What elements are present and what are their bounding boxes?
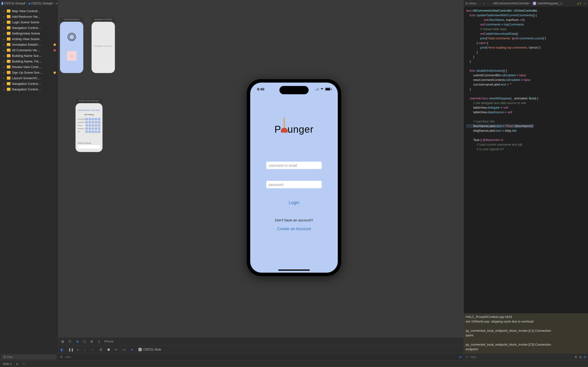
debug-view-icon[interactable]: ☰	[99, 348, 103, 351]
document-outline-toggle-icon[interactable]: ▥	[61, 340, 64, 343]
warning-badge[interactable]: ⚠ 1	[577, 2, 581, 5]
crumb[interactable]: viewWillAppear(_:)	[537, 2, 562, 5]
navigator-filter-input[interactable]: ⦿ Filter	[1, 355, 56, 359]
layout-icon[interactable]: ⊞	[90, 340, 94, 343]
folder-icon: ▣	[28, 2, 30, 5]
chevron-right-icon: ▸	[3, 49, 5, 52]
simulator-screen: 9:40 P unger username or email password …	[250, 83, 338, 273]
crumb[interactable]: CS371L-Group4	[31, 2, 53, 5]
device-icon[interactable]: ▯	[97, 340, 101, 343]
panel-right-icon[interactable]: ▥	[584, 355, 586, 358]
debug-console[interactable]: HALC_ProxyIOContext.cpp:1619 ext::IOWork…	[464, 313, 588, 353]
app-icon: A	[138, 348, 142, 351]
username-field[interactable]: username or email	[266, 162, 322, 169]
tree-item[interactable]: ▸Navigation Control…	[0, 25, 58, 31]
status-bar: 9:40	[250, 87, 338, 91]
debug-toolbar: ◧ ❚❚ ⤻ ↓ ↑ ☰ ⬢ ✂ ▭ ➤ A CS371L-Grou	[58, 345, 463, 353]
device-label[interactable]: iPhone	[104, 340, 113, 343]
appearance-icon[interactable]: ◑	[75, 340, 79, 343]
tree-item[interactable]: ▸Map View Controll…	[0, 8, 58, 14]
document-outline-navigator: A CS371L-Group4 › ▣ CS371L-Group4 › ✕ Ma…	[0, 0, 58, 360]
scene-title: Launch ScreenVC	[60, 17, 83, 21]
tree-item[interactable]: ▸Activity View Scene	[0, 36, 58, 42]
scene-title: Review View Controller	[76, 99, 102, 103]
signal-icon	[315, 88, 319, 90]
error-status-icon	[53, 49, 56, 52]
tree-item[interactable]: ▸All Comments Vie…	[0, 47, 58, 53]
pause-icon[interactable]: ❚❚	[68, 348, 72, 351]
scene-icon	[7, 82, 10, 85]
tree-item[interactable]: ▸Review View Contr…	[0, 64, 58, 70]
orientation-icon[interactable]: ▢	[82, 340, 86, 343]
info-icon[interactable]: ⓘ	[22, 362, 25, 366]
scene-icon	[7, 54, 10, 57]
breakpoint-icon[interactable]: ◧	[61, 348, 64, 351]
chevron-right-icon: ▸	[3, 83, 5, 85]
debug-target[interactable]: A CS371L-Grou	[138, 348, 161, 351]
simulate-icon[interactable]: ▭	[123, 348, 127, 351]
source-code[interactable]: lass AllCommentsViewController: UIViewCo…	[464, 7, 588, 313]
chevron-right-icon: ▸	[3, 71, 5, 74]
trash-icon[interactable]: 🗑	[575, 355, 577, 358]
scene-icon	[7, 21, 10, 24]
chevron-right-icon: ›	[491, 2, 492, 5]
scene-icon	[7, 49, 10, 52]
scene-tree[interactable]: ▸Map View Controll… ▸Add Restroom Vie… ▸…	[0, 7, 58, 353]
chevron-right-icon: ▸	[3, 66, 5, 68]
tree-item[interactable]: ▸Add Restroom Vie…	[0, 14, 58, 19]
crumb[interactable]: CS371L-Group4	[4, 2, 25, 5]
panel-toggle-icon[interactable]: ▥	[459, 355, 462, 358]
canvas-toolbar: ▥ ⓘ ◑ ▢ ⊞ ▯ iPhone	[58, 337, 463, 345]
tree-item[interactable]: ▸Navigation Control…	[0, 81, 58, 87]
bottom-filter-input[interactable]	[65, 356, 457, 358]
canvas-scene-launch[interactable]: Launch ScreenVC test	[60, 22, 83, 73]
status-time: 9:40	[257, 87, 264, 91]
memory-graph-icon[interactable]: ⬢	[107, 348, 111, 351]
home-indicator[interactable]	[278, 270, 310, 271]
login-button[interactable]: Login	[250, 200, 338, 205]
tree-item[interactable]: ▸Navigation Control…	[0, 87, 58, 92]
step-out-icon[interactable]: ↑	[92, 348, 96, 351]
tree-item[interactable]: ▸Login Scene Scene	[0, 19, 58, 25]
quick-look-icon[interactable]: ◉	[16, 362, 18, 366]
modified-status-icon	[53, 71, 56, 74]
auto-variables-button[interactable]: Auto ◇	[3, 362, 12, 366]
tree-item[interactable]: ▸SettingsView Scene	[0, 31, 58, 36]
accessibility-icon[interactable]: ⓘ	[68, 340, 72, 343]
project-icon: A	[1, 2, 3, 5]
filter-icon: ⦿	[3, 356, 6, 358]
bottom-status-bar: Auto ◇ ◉ ⓘ	[0, 360, 588, 367]
environment-icon[interactable]: ✂	[115, 348, 119, 351]
scene-icon	[7, 26, 10, 29]
nav-carets[interactable]: ‹ ›	[584, 2, 587, 5]
step-into-icon[interactable]: ↓	[84, 348, 88, 351]
app-logo: P unger	[250, 118, 338, 135]
crumb[interactable]: …	[487, 2, 490, 5]
navigator-breadcrumb[interactable]: A CS371L-Group4 › ▣ CS371L-Group4 › ✕ Ma…	[0, 0, 58, 7]
create-account-button[interactable]: Create an Account	[250, 227, 338, 231]
crumb[interactable]: AllCommentsViewController	[493, 2, 529, 5]
filter-scope-icon[interactable]: ⦾	[466, 355, 468, 358]
canvas-scene-review[interactable]: Review View Controller < Building Name, …	[76, 103, 102, 152]
console-filter-input[interactable]	[470, 356, 572, 358]
panel-left-icon[interactable]: ▥	[579, 355, 582, 358]
ios-simulator[interactable]: 9:40 P unger username or email password …	[247, 79, 341, 276]
wifi-icon	[320, 87, 324, 91]
chevron-right-icon: ▸	[3, 27, 5, 29]
chevron-right-icon: ▸	[3, 38, 5, 40]
editor-breadcrumb[interactable]: 1L-Grou… › ▸ … › AllCommentsViewControll…	[464, 0, 588, 7]
canvas-scene-nav[interactable]: Navigation Controller Navigation Control…	[92, 22, 115, 73]
tree-item[interactable]: ▸Annotation DetailV…	[0, 42, 58, 47]
tree-item[interactable]: ▸Building Name, Flo…	[0, 59, 58, 64]
password-field[interactable]: password	[266, 181, 322, 188]
battery-icon	[325, 87, 331, 90]
filter-icon[interactable]: ⦿	[60, 356, 63, 358]
location-icon[interactable]: ➤	[131, 348, 134, 351]
tree-item[interactable]: ▸Building Name Sce…	[0, 53, 58, 59]
scene-icon	[7, 60, 10, 63]
crumb[interactable]: 1L-Grou…	[465, 2, 479, 5]
step-over-icon[interactable]: ⤻	[76, 348, 80, 351]
plunger-icon	[280, 118, 288, 133]
tree-item[interactable]: ▸Sign Up Scene Sce…	[0, 70, 58, 75]
tree-item[interactable]: ▸Launch ScreenVC…	[0, 75, 58, 81]
